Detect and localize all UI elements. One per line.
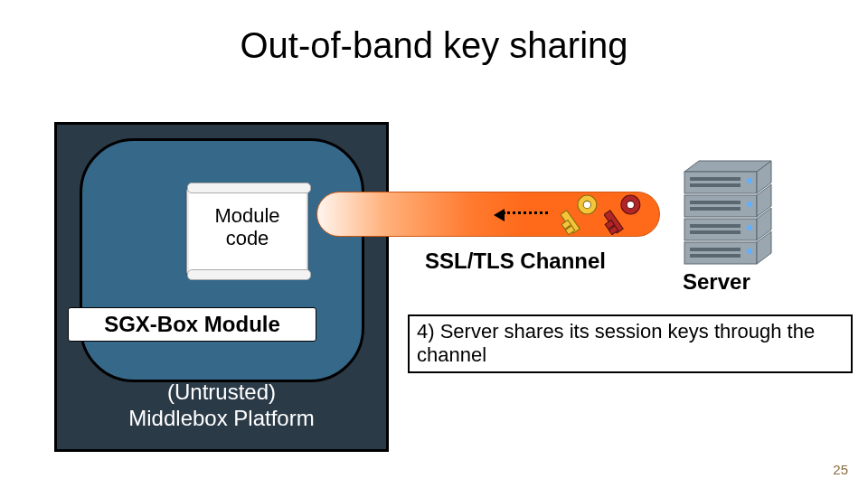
server-label: Server (683, 269, 750, 295)
slide: Out-of-band key sharing Module code SGX-… (0, 0, 868, 488)
svg-point-25 (747, 225, 752, 230)
module-name-label: SGX-Box Module (68, 307, 316, 342)
svg-rect-11 (684, 172, 757, 193)
channel-label: SSL/TLS Channel (425, 249, 606, 274)
slide-title: Out-of-band key sharing (0, 25, 868, 66)
svg-point-20 (747, 202, 752, 207)
svg-point-30 (747, 249, 752, 254)
key-yellow-icon (561, 193, 599, 235)
svg-rect-24 (690, 230, 741, 234)
svg-rect-13 (690, 177, 741, 181)
svg-point-1 (583, 201, 590, 208)
platform-label: (Untrusted) Middlebox Platform (54, 380, 389, 432)
svg-rect-21 (684, 219, 757, 240)
svg-point-6 (627, 201, 634, 208)
svg-rect-23 (690, 224, 741, 228)
svg-rect-14 (690, 183, 741, 187)
sgx-box-module: Module code (80, 138, 364, 382)
module-code-label: Module code (186, 204, 308, 250)
svg-rect-18 (690, 201, 741, 204)
key-red-icon (604, 193, 642, 235)
svg-rect-29 (690, 254, 741, 258)
svg-rect-28 (690, 248, 741, 251)
server-icon (674, 154, 782, 271)
svg-rect-26 (684, 242, 757, 264)
arrow-left-icon (503, 211, 548, 214)
svg-point-15 (747, 178, 752, 183)
svg-rect-16 (684, 195, 757, 217)
svg-rect-19 (690, 207, 741, 211)
step-caption: 4) Server shares its session keys throug… (408, 314, 853, 373)
page-number: 25 (833, 462, 848, 477)
